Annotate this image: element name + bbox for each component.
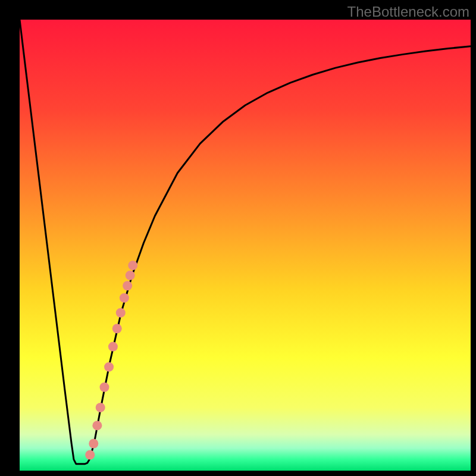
- chart-root: TheBottleneck.com: [0, 0, 476, 476]
- highlight-point: [104, 362, 114, 372]
- highlight-point: [96, 403, 105, 412]
- chart-overlay: [0, 0, 476, 476]
- bottleneck-curve: [20, 20, 471, 464]
- highlight-point: [85, 450, 95, 459]
- highlight-point: [120, 293, 129, 303]
- highlight-point: [126, 271, 135, 280]
- highlight-point: [116, 308, 126, 318]
- highlight-point: [108, 342, 118, 352]
- highlight-point: [100, 383, 109, 392]
- highlight-point: [89, 439, 98, 449]
- highlight-point: [112, 324, 122, 333]
- highlight-point: [128, 261, 137, 270]
- highlight-point: [92, 421, 102, 430]
- watermark-text: TheBottleneck.com: [347, 4, 469, 20]
- highlight-point: [123, 281, 132, 290]
